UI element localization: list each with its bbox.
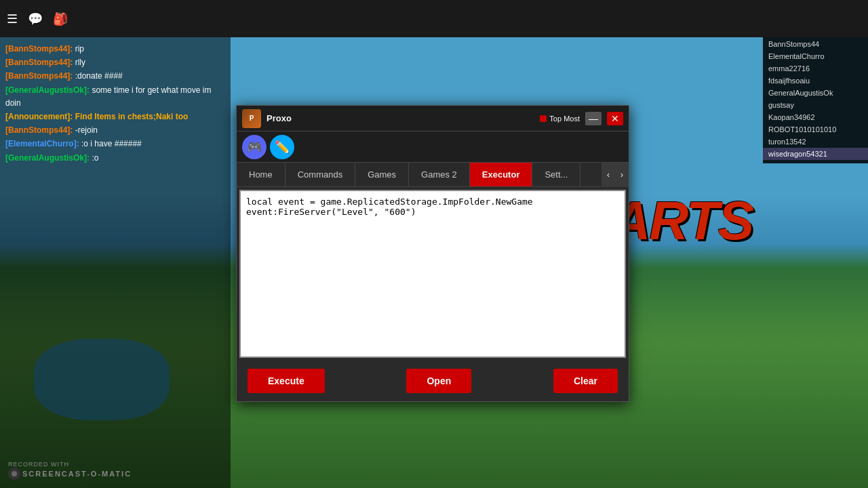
screencast-logo: SCREENCAST-O-MATIC <box>8 468 132 480</box>
tab-commands[interactable]: Commands <box>285 163 355 186</box>
chat-message: [GeneralAugustisOk]: :o <box>5 152 225 165</box>
recorded-with-text: RECORDED WITH SCREENCAST-O-MATIC <box>8 461 132 480</box>
code-editor[interactable] <box>241 191 625 354</box>
execute-button[interactable]: Execute <box>248 369 325 393</box>
menu-icon[interactable]: ☰ <box>7 12 18 26</box>
chat-message: [BannStomps44]: rip <box>5 43 225 56</box>
player-item[interactable]: fdsaijfhsoaiu <box>763 75 868 87</box>
screencast-badge: RECORDED WITH SCREENCAST-O-MATIC <box>8 461 132 480</box>
player-item[interactable]: Kaopan34962 <box>763 111 868 123</box>
chat-message: [BannStomps44]: rlly <box>5 56 225 69</box>
tab-home[interactable]: Home <box>237 163 285 186</box>
player-item[interactable]: BannStomps44 <box>763 38 868 50</box>
backpack-icon[interactable]: 🎒 <box>53 12 68 26</box>
chat-icon[interactable]: 💬 <box>28 12 43 26</box>
open-button[interactable]: Open <box>406 369 471 393</box>
nav-tabs: Home Commands Games Games 2 Executor Set… <box>237 163 629 187</box>
player-item[interactable]: GeneralAugustisOk <box>763 87 868 99</box>
dialog-logo: P <box>242 109 261 128</box>
dialog-footer: Execute Open Clear <box>237 361 629 401</box>
dialog-title: Proxo <box>267 113 534 123</box>
discord-icon[interactable]: 🎮 <box>242 135 267 159</box>
player-item[interactable]: ElementalChurro <box>763 50 868 62</box>
tab-games[interactable]: Games <box>355 163 409 186</box>
nav-arrow: ‹ › <box>601 163 629 187</box>
nav-left-button[interactable]: ‹ <box>601 163 615 187</box>
chat-message: [ElementalChurro]: :o i have ###### <box>5 138 225 150</box>
screencast-circle <box>8 468 20 480</box>
top-bar: ☰ 💬 🎒 <box>0 0 868 37</box>
player-item[interactable]: ROBOT1010101010 <box>763 123 868 136</box>
player-item[interactable]: emma22716 <box>763 62 868 75</box>
clear-button[interactable]: Clear <box>553 369 618 393</box>
chat-message: [BannStomps44]: -rejoin <box>5 124 225 137</box>
editor-container[interactable] <box>239 190 626 358</box>
player-item-highlighted[interactable]: wisedragon54321 <box>763 148 868 160</box>
chat-message: [BannStomps44]: :donate #### <box>5 70 225 83</box>
player-item[interactable]: turon13542 <box>763 136 868 148</box>
chat-panel: [BannStomps44]: rip [BannStomps44]: rlly… <box>0 37 231 488</box>
tab-games2[interactable]: Games 2 <box>409 163 470 186</box>
icon-row: 🎮 ✏️ <box>237 131 629 163</box>
chat-announcement: [Announcement]: Find Items in chests;Nak… <box>5 110 225 123</box>
close-button[interactable]: ✕ <box>607 112 623 125</box>
executor-dialog[interactable]: P Proxo Top Most — ✕ 🎮 ✏️ Home Commands … <box>236 105 629 402</box>
pencil-icon[interactable]: ✏️ <box>270 135 294 159</box>
screencast-inner <box>12 471 17 476</box>
chat-message: [GeneralAugustisOk]: some time i for get… <box>5 84 225 110</box>
topmost-indicator: Top Most <box>540 115 580 123</box>
dialog-titlebar: P Proxo Top Most — ✕ <box>237 106 629 131</box>
minimize-button[interactable]: — <box>585 112 601 125</box>
topmost-dot <box>540 115 547 122</box>
game-arts-text: ARTS <box>612 190 753 252</box>
tab-settings[interactable]: Sett... <box>532 163 580 186</box>
tab-executor[interactable]: Executor <box>470 163 533 186</box>
player-item[interactable]: gustsay <box>763 99 868 111</box>
nav-right-button[interactable]: › <box>615 163 629 187</box>
